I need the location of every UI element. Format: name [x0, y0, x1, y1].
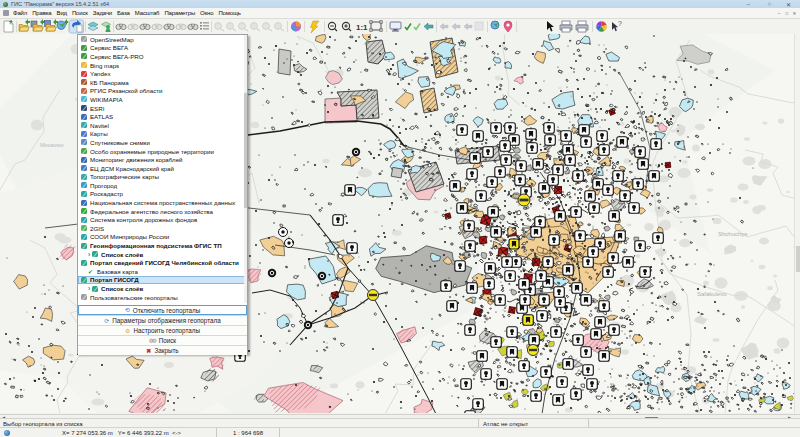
svg-text:1:1: 1:1 [356, 23, 368, 32]
svg-text:Мишкино: Мишкино [40, 142, 64, 148]
svg-text:Safakulevo: Safakulevo [697, 291, 727, 297]
svg-text:?: ? [618, 20, 622, 27]
svg-text:Shchuchye: Shchuchye [718, 231, 748, 237]
